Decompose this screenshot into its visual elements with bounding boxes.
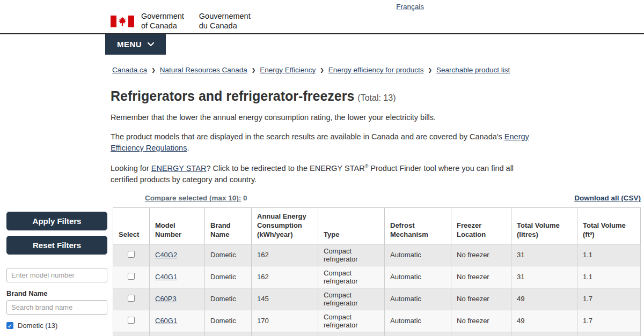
energy-consumption-cell: 170	[252, 332, 318, 336]
model-number-link[interactable]: C60G1	[155, 317, 177, 325]
table-header-row: SelectModel NumberBrand NameAnnual Energ…	[113, 208, 641, 244]
energy-consumption-cell: 162	[252, 266, 318, 288]
brand-name-cell: Dometic	[205, 288, 252, 310]
row-select-checkbox[interactable]	[128, 273, 135, 280]
defrost-mechanism-cell: Automatic	[385, 288, 451, 310]
column-header: Model Number	[150, 208, 205, 244]
intro-paragraph-3: Looking for ENERGY STAR? Click to be red…	[111, 163, 535, 185]
table-row: C60G2Dometic170Compact refrigeratorAutom…	[113, 332, 641, 336]
freezer-location-cell: No freezer	[451, 288, 511, 310]
type-cell: Compact refrigerator	[318, 266, 385, 288]
total-volume-ft3-cell: 1.1	[577, 244, 641, 266]
chevron-right-icon: ❯	[252, 68, 256, 73]
brand-name-cell: Dometic	[205, 310, 252, 332]
defrost-mechanism-cell: Automatic	[385, 244, 451, 266]
type-cell: Compact refrigerator	[318, 310, 385, 332]
model-number-cell: C60G2	[150, 332, 205, 336]
model-number-link[interactable]: C40G1	[155, 273, 177, 281]
brand-name-cell: Dometic	[205, 332, 252, 336]
select-cell	[113, 332, 150, 336]
defrost-mechanism-cell: Automatic	[385, 332, 451, 336]
chevron-right-icon: ❯	[151, 68, 156, 73]
freezer-location-cell: No freezer	[451, 310, 511, 332]
reset-filters-button[interactable]: Reset Filters	[6, 236, 107, 255]
column-header: Freezer Location	[451, 208, 511, 244]
total-volume-ft3-cell: 1.1	[577, 266, 641, 288]
brand-name-cell: Dometic	[205, 266, 252, 288]
chevron-right-icon: ❯	[320, 68, 324, 73]
brand-filter-option: ✓ Dometic (13)	[6, 322, 107, 330]
defrost-mechanism-cell: Automatic	[385, 310, 451, 332]
column-header: Brand Name	[205, 208, 252, 244]
menu-button[interactable]: MENU	[105, 34, 166, 55]
row-select-checkbox[interactable]	[128, 295, 135, 302]
canada-flag-icon	[111, 16, 134, 27]
type-cell: Compact refrigerator	[318, 332, 385, 336]
model-number-cell: C40G1	[150, 266, 205, 288]
table-row: C60G1Dometic170Compact refrigeratorAutom…	[113, 310, 641, 332]
table-row: C60P3Dometic145Compact refrigeratorAutom…	[113, 288, 641, 310]
energy-consumption-cell: 170	[252, 310, 318, 332]
total-volume-litres-cell: 31	[511, 266, 577, 288]
select-cell	[113, 288, 150, 310]
download-csv-link[interactable]: Download all (CSV)	[574, 194, 641, 202]
column-header: Total Volume (litres)	[511, 208, 577, 244]
model-number-link[interactable]: C60P3	[155, 295, 177, 303]
brand-filter-checkbox[interactable]: ✓	[6, 322, 13, 329]
compare-selected: Compare selected (max 10): 0	[145, 194, 247, 202]
chevron-right-icon: ❯	[428, 68, 432, 73]
model-number-cell: C40G2	[150, 244, 205, 266]
row-select-checkbox[interactable]	[128, 317, 135, 324]
model-number-cell: C60P3	[150, 288, 205, 310]
breadcrumb-link[interactable]: Natural Resources Canada	[160, 66, 247, 74]
model-number-link[interactable]: C40G2	[155, 251, 177, 259]
brand-name-search-input[interactable]	[6, 300, 107, 315]
page-title-text: Refrigerators and refrigerator-freezers	[111, 88, 354, 103]
chevron-down-icon	[148, 42, 154, 47]
product-results-table: SelectModel NumberBrand NameAnnual Energ…	[113, 207, 641, 336]
column-header: Defrost Mechanism	[385, 208, 451, 244]
column-header: Type	[318, 208, 385, 244]
intro3-text: Looking for	[111, 164, 151, 173]
wordmark-french: Gouvernement du Canada	[199, 12, 251, 31]
row-select-checkbox[interactable]	[128, 251, 135, 258]
brand-name-filter-label: Brand Name	[6, 289, 107, 297]
brand-filter-option-label: Dometic (13)	[18, 322, 57, 330]
energy-consumption-cell: 145	[252, 288, 318, 310]
freezer-location-cell: No freezer	[451, 244, 511, 266]
compare-selected-link[interactable]: Compare selected (max 10):	[145, 194, 241, 202]
intro2-text: The product models that are displayed in…	[111, 132, 504, 141]
page-title: Refrigerators and refrigerator-freezers(…	[111, 88, 535, 104]
freezer-location-cell: No freezer	[451, 332, 511, 336]
select-cell	[113, 244, 150, 266]
total-volume-ft3-cell: 1.7	[577, 288, 641, 310]
intro3-mid-text: ? Click to be redirected to the ENERGY S…	[206, 164, 364, 173]
total-volume-litres-cell: 49	[511, 288, 577, 310]
menu-button-label: MENU	[117, 40, 142, 49]
breadcrumb-link[interactable]: Energy efficiency for products	[328, 66, 424, 74]
total-volume-ft3-cell: 1.7	[577, 332, 641, 336]
total-volume-litres-cell: 49	[511, 332, 577, 336]
select-cell	[113, 266, 150, 288]
type-cell: Compact refrigerator	[318, 288, 385, 310]
language-toggle-link[interactable]: Français	[396, 3, 424, 11]
total-volume-ft3-cell: 1.7	[577, 310, 641, 332]
government-of-canada-signature: Government of Canada Gouvernement du Can…	[111, 12, 251, 31]
energy-star-link[interactable]: ENERGY STAR	[151, 164, 207, 173]
table-row: C40G2Dometic162Compact refrigeratorAutom…	[113, 244, 641, 266]
breadcrumb-link[interactable]: Canada.ca	[112, 66, 147, 74]
table-row: C40G1Dometic162Compact refrigeratorAutom…	[113, 266, 641, 288]
total-volume-litres-cell: 31	[511, 244, 577, 266]
site-header: Français Government of Canada Gouverneme…	[0, 0, 644, 34]
model-number-input[interactable]	[6, 268, 107, 282]
breadcrumb-link[interactable]: Searchable product list	[436, 66, 510, 74]
wordmark-english: Government of Canada	[141, 12, 184, 31]
defrost-mechanism-cell: Automatic	[385, 266, 451, 288]
freezer-location-cell: No freezer	[451, 266, 511, 288]
total-volume-litres-cell: 49	[511, 310, 577, 332]
type-cell: Compact refrigerator	[318, 244, 385, 266]
breadcrumb: Canada.ca❯Natural Resources Canada❯Energ…	[112, 66, 644, 74]
model-number-cell: C60G1	[150, 310, 205, 332]
apply-filters-button[interactable]: Apply Filters	[6, 212, 107, 230]
breadcrumb-link[interactable]: Energy Efficiency	[260, 66, 316, 74]
